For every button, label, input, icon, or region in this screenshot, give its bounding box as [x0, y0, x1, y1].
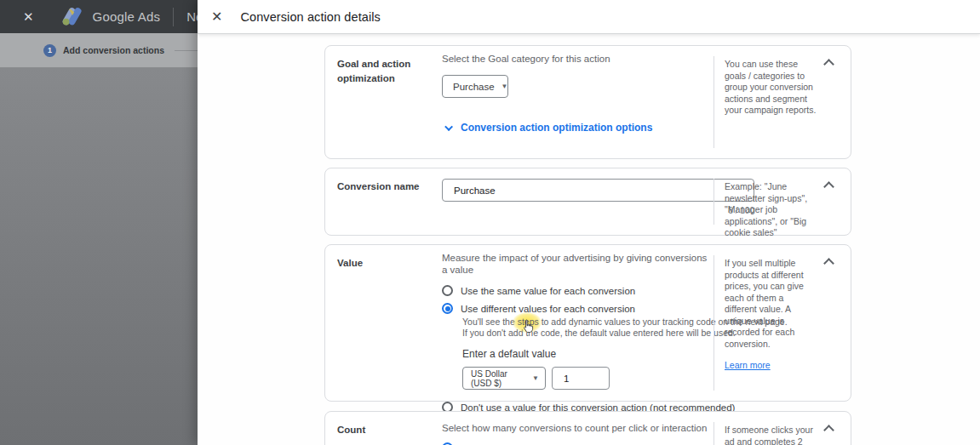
- value-intro-text: Measure the impact of your advertising b…: [442, 252, 708, 276]
- count-card-label: Count: [337, 423, 436, 437]
- conversion-action-details-panel: ✕ Conversion action details Goal and act…: [198, 0, 980, 445]
- name-card-label: Conversion name: [337, 180, 436, 194]
- value-card: Value Measure the impact of your adverti…: [324, 244, 851, 402]
- conversion-name-input[interactable]: Purchase: [442, 179, 754, 202]
- value-help-text: If you sell multiple products at differe…: [714, 255, 851, 391]
- brand-title: Google Ads: [93, 9, 161, 24]
- optimization-options-label: Conversion action optimization options: [461, 122, 652, 134]
- count-card: Count Select how many conversions to cou…: [324, 411, 851, 445]
- highlighted-word: steps: [518, 317, 539, 327]
- optimization-options-link[interactable]: Conversion action optimization options: [447, 122, 708, 134]
- conversion-name-value: Purchase: [454, 185, 496, 196]
- currency-value: US Dollar (USD $): [471, 369, 529, 388]
- dropdown-caret-icon: ▼: [501, 83, 508, 90]
- app-close-icon[interactable]: ✕: [23, 10, 34, 23]
- conversion-name-card: Conversion name Purchase 8 / 100 Example…: [324, 168, 851, 236]
- goal-card-label: Goal and action optimization: [337, 57, 436, 86]
- value-card-label: Value: [337, 256, 436, 271]
- step-1-label: Add conversion actions: [63, 45, 164, 55]
- close-icon[interactable]: ✕: [211, 10, 222, 24]
- goal-category-select[interactable]: Purchase ▼: [442, 75, 508, 98]
- google-ads-logo-icon: [62, 8, 83, 26]
- radio-same-value-label: Use the same value for each conversion: [461, 286, 635, 296]
- chevron-down-icon: [444, 123, 453, 131]
- default-value-label: Enter a default value: [462, 348, 708, 360]
- default-amount-value: 1: [564, 374, 569, 384]
- count-intro-text: Select how many conversions to count per…: [442, 422, 708, 434]
- panel-title: Conversion action details: [240, 10, 381, 24]
- goal-intro-text: Select the Goal category for this action: [442, 53, 708, 65]
- panel-header: ✕ Conversion action details: [198, 0, 980, 34]
- goal-category-value: Purchase: [453, 82, 495, 92]
- learn-more-link[interactable]: Learn more: [725, 360, 771, 372]
- char-counter: 8 / 100: [442, 206, 754, 215]
- goal-optimization-card: Goal and action optimization Select the …: [324, 45, 851, 159]
- radio-same-value[interactable]: [442, 285, 453, 296]
- radio-different-values-label: Use different values for each conversion: [461, 304, 635, 314]
- dropdown-caret-icon: ▼: [532, 374, 539, 382]
- currency-select[interactable]: US Dollar (USD $) ▼: [462, 367, 546, 390]
- step-1-badge: 1: [43, 44, 56, 57]
- default-amount-input[interactable]: 1: [552, 367, 610, 390]
- header-separator: [173, 8, 174, 26]
- goal-help-text: You can use these goals / categories to …: [714, 56, 851, 148]
- radio-different-values[interactable]: [442, 303, 453, 314]
